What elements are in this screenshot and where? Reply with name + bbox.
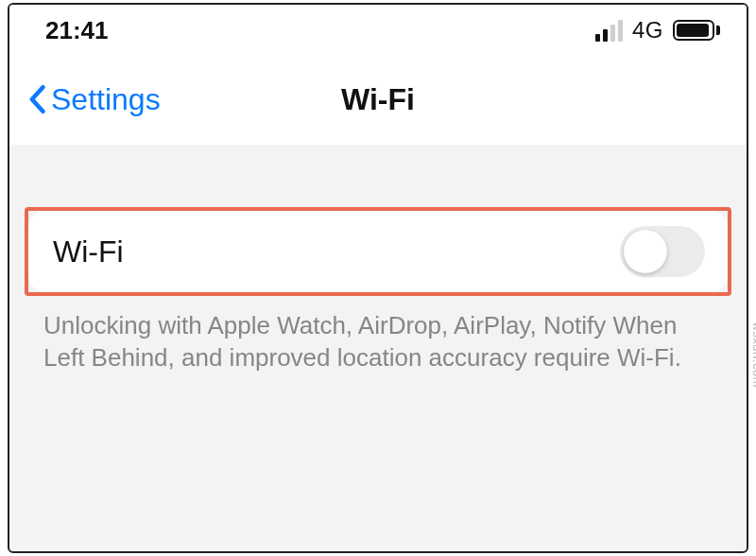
back-label: Settings <box>51 82 161 117</box>
chevron-left-icon <box>28 84 47 116</box>
wifi-footer-description: Unlocking with Apple Watch, AirDrop, Air… <box>9 296 747 374</box>
watermark: wsxdn.com <box>750 321 756 388</box>
screenshot-frame: 21:41 4G Settings Wi-Fi Wi-Fi <box>8 3 748 553</box>
wifi-row-label: Wi-Fi <box>53 235 124 269</box>
page-title: Wi-Fi <box>341 82 415 117</box>
back-button[interactable]: Settings <box>28 82 161 117</box>
toggle-knob <box>624 230 667 273</box>
status-time: 21:41 <box>45 16 109 45</box>
wifi-row[interactable]: Wi-Fi <box>28 211 728 292</box>
nav-header: Settings Wi-Fi <box>9 56 747 145</box>
status-right: 4G <box>595 17 720 43</box>
wifi-toggle[interactable] <box>620 226 705 277</box>
cellular-signal-icon <box>595 20 623 42</box>
network-type-label: 4G <box>632 17 663 43</box>
status-bar: 21:41 4G <box>9 5 747 56</box>
content-area: Wi-Fi Unlocking with Apple Watch, AirDro… <box>9 145 747 374</box>
battery-icon <box>673 20 720 41</box>
highlight-box: Wi-Fi <box>25 207 731 296</box>
